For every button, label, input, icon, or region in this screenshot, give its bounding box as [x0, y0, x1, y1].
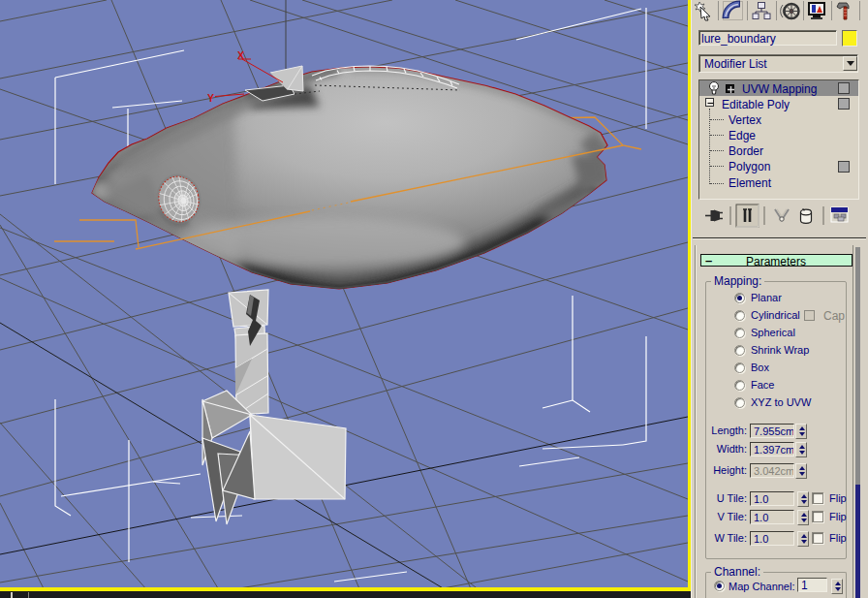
svg-text:Y: Y	[207, 92, 214, 104]
svg-text:X: X	[237, 49, 244, 61]
